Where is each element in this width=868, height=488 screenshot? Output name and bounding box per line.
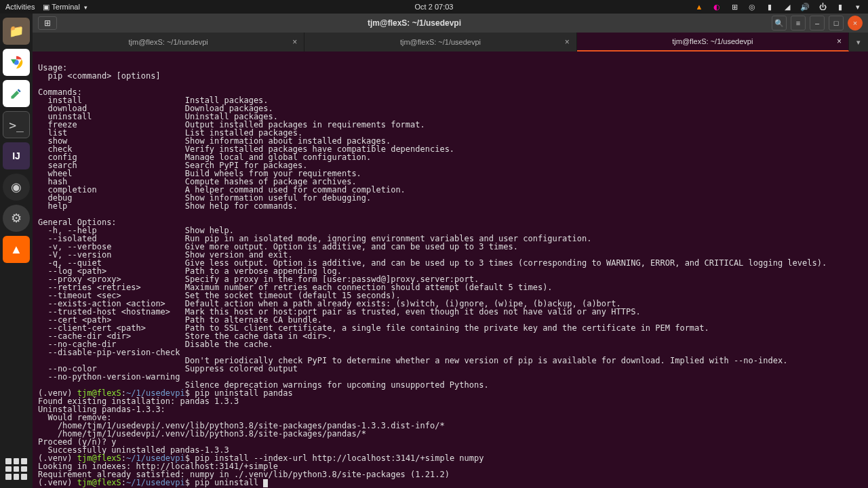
terminal-line: pip <command> [options]	[38, 72, 863, 80]
dock: 📁 >_ IJ ◉ ⚙ ▲	[0, 14, 33, 488]
dock-intellij[interactable]: IJ	[3, 142, 30, 169]
tray-icon-1[interactable]: ▲	[694, 2, 704, 12]
dock-chrome[interactable]	[3, 49, 30, 76]
dock-vlc[interactable]: ▲	[3, 236, 30, 263]
new-tab-button[interactable]: ⊞	[38, 16, 57, 30]
tab-close-icon[interactable]: ×	[292, 37, 297, 47]
output-line: /home/tjm/1/usedevpi/.venv/lib/python3.8…	[38, 430, 863, 438]
tray-icon-3[interactable]: ⊞	[730, 2, 739, 12]
dock-obs[interactable]: ◉	[3, 174, 30, 201]
terminal-line	[38, 80, 863, 88]
terminal-window: ⊞ tjm@flexS: ~/1/usedevpi 🔍 ≡ – □ × tjm@…	[33, 14, 868, 488]
tab-close-icon[interactable]: ×	[565, 37, 570, 47]
dock-terminal[interactable]: >_	[3, 111, 30, 138]
terminal-line: help Show help for commands.	[38, 202, 863, 210]
app-menu[interactable]: ▣ Terminal	[43, 3, 87, 12]
output-line: Uninstalling pandas-1.3.3:	[38, 405, 863, 413]
terminal-tabs: tjm@flexS: ~/1/rundevpi×tjm@flexS: ~/1/u…	[33, 33, 868, 52]
terminal-tab-0[interactable]: tjm@flexS: ~/1/rundevpi×	[33, 33, 304, 52]
dock-text-editor[interactable]	[3, 80, 30, 107]
clock[interactable]: Oct 2 07:03	[415, 3, 454, 11]
tab-label: tjm@flexS: ~/1/usedevpi	[672, 37, 753, 45]
minimize-button[interactable]: –	[810, 16, 825, 30]
battery-icon[interactable]: ▮	[835, 2, 845, 12]
wifi-icon[interactable]: ◢	[783, 2, 792, 12]
volume-icon[interactable]: 🔊	[800, 2, 810, 12]
terminal-viewport[interactable]: Usage: pip <command> [options] Commands:…	[33, 52, 868, 488]
tab-label: tjm@flexS: ~/1/usedevpi	[400, 38, 481, 46]
activities-button[interactable]: Activities	[5, 3, 35, 11]
dock-show-apps[interactable]	[5, 458, 27, 480]
tab-label: tjm@flexS: ~/1/rundevpi	[129, 38, 208, 46]
cursor	[263, 479, 268, 487]
caret-down-icon[interactable]: ▾	[853, 2, 863, 12]
hamburger-menu[interactable]: ≡	[791, 16, 806, 30]
terminal-line: Usage:	[38, 64, 863, 72]
tray-icon-5[interactable]: ▮	[765, 2, 774, 12]
window-title: tjm@flexS: ~/1/usedevpi	[57, 18, 772, 28]
terminal-tab-1[interactable]: tjm@flexS: ~/1/usedevpi×	[304, 33, 576, 52]
tray-icon-4[interactable]: ◎	[747, 2, 757, 12]
terminal-line	[38, 56, 863, 64]
system-tray: ▲ ◐ ⊞ ◎ ▮ ◢ 🔊 ⏻ ▮ ▾	[694, 2, 863, 12]
dock-settings[interactable]: ⚙	[3, 205, 30, 232]
window-titlebar: ⊞ tjm@flexS: ~/1/usedevpi 🔍 ≡ – □ ×	[33, 14, 868, 33]
search-button[interactable]: 🔍	[772, 16, 787, 30]
gnome-topbar: Activities ▣ Terminal Oct 2 07:03 ▲ ◐ ⊞ …	[0, 0, 868, 14]
terminal-line	[38, 210, 863, 218]
dock-files[interactable]: 📁	[3, 18, 30, 45]
tab-close-icon[interactable]: ×	[837, 37, 842, 46]
tabs-dropdown[interactable]: ▾	[849, 33, 868, 52]
terminal-tab-2[interactable]: tjm@flexS: ~/1/usedevpi×	[577, 33, 849, 52]
tray-icon-2[interactable]: ◐	[712, 2, 722, 12]
terminal-icon: ▣	[43, 3, 52, 11]
power-icon[interactable]: ⏻	[818, 2, 827, 12]
prompt-line: (.venv) tjm@flexS:~/1/usedevpi$ pip unin…	[38, 479, 863, 487]
close-button[interactable]: ×	[848, 16, 863, 30]
maximize-button[interactable]: □	[829, 16, 844, 30]
